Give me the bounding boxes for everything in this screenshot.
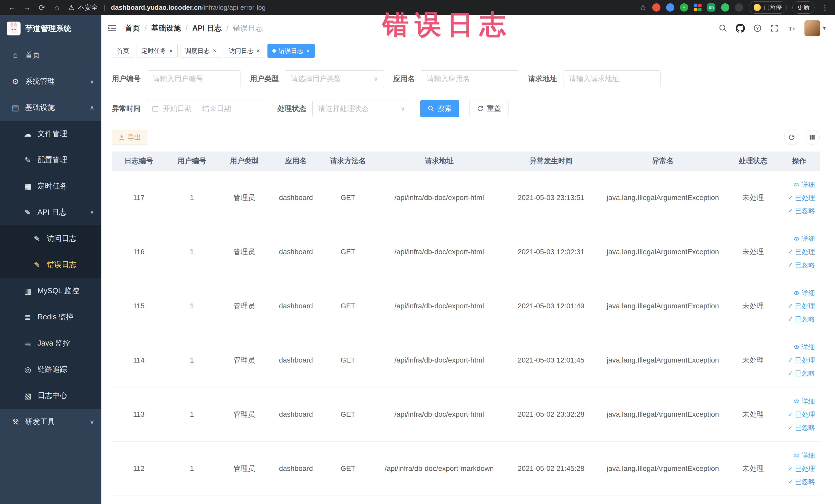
tab-home[interactable]: 首页	[112, 44, 134, 58]
tab-access-log[interactable]: 访问日志×	[224, 44, 265, 58]
table-row: 113 1 管理员 dashboard GET /api/infra/db-do…	[112, 387, 820, 442]
browser-home-icon[interactable]: ⌂	[51, 3, 63, 12]
cell-exception-time: 2021-05-03 23:13:51	[504, 171, 598, 225]
detail-link[interactable]: 详细	[793, 235, 815, 243]
tab-error-log[interactable]: 错误日志×	[267, 44, 315, 58]
sidebar-item-dev-tools[interactable]: ⚒研发工具∨	[0, 409, 101, 435]
sidebar: 芋道管理系统 ⌂首页 ⚙系统管理∨ ▤基础设施∧ ☁文件管理 ✎配置管理 ▦定时…	[0, 15, 101, 504]
user-menu[interactable]: ▾	[805, 20, 826, 36]
close-tab-icon[interactable]: ×	[169, 47, 173, 55]
help-icon[interactable]: ?	[753, 24, 762, 33]
app-logo[interactable]: 芋道管理系统	[0, 15, 101, 42]
close-tab-icon[interactable]: ×	[257, 47, 260, 55]
close-tab-icon[interactable]: ×	[306, 47, 310, 55]
user-type-select[interactable]: 请选择用户类型 ∨	[285, 70, 384, 87]
close-tab-icon[interactable]: ×	[213, 47, 217, 55]
mark-ignored-link[interactable]: ✓ 已忽略	[788, 477, 815, 486]
rabbit-logo-icon	[7, 22, 21, 36]
fullscreen-icon[interactable]	[770, 24, 779, 33]
mark-ignored-link[interactable]: ✓ 已忽略	[788, 261, 815, 269]
search-button[interactable]: 搜索	[420, 100, 459, 117]
extension-on-icon[interactable]: on	[707, 3, 715, 12]
extension-grid-icon[interactable]	[694, 4, 701, 11]
tab-scheduled-jobs[interactable]: 定时任务×	[137, 44, 178, 58]
forward-icon[interactable]: →	[21, 3, 33, 12]
mark-ignored-link[interactable]: ✓ 已忽略	[788, 315, 815, 324]
mark-processed-link[interactable]: ✓ 已处理	[788, 193, 815, 202]
paused-badge[interactable]: 已暂停	[749, 1, 787, 14]
tab-dispatch-log[interactable]: 调度日志×	[180, 44, 221, 58]
table-row: 112 1 管理员 dashboard GET /api/infra/db-do…	[112, 442, 820, 496]
github-icon[interactable]	[736, 24, 745, 33]
column-header: 处理状态	[728, 152, 779, 171]
browser-menu-icon[interactable]: ⋮	[821, 3, 829, 12]
error-log-icon: ✎	[32, 260, 42, 269]
sidebar-item-infrastructure[interactable]: ▤基础设施∧	[0, 95, 101, 121]
sidebar-toggle-icon[interactable]	[107, 23, 117, 33]
app-name-input[interactable]	[421, 70, 519, 87]
reset-button[interactable]: 重置	[469, 100, 509, 117]
column-settings-button[interactable]	[805, 130, 820, 145]
sidebar-item-file-manage[interactable]: ☁文件管理	[0, 121, 101, 147]
search-icon[interactable]	[719, 24, 728, 33]
exception-time-range-picker[interactable]: 开始日期 - 结束日期	[147, 100, 268, 117]
cell-status: 未处理	[728, 171, 779, 225]
extension-icon[interactable]	[735, 3, 743, 12]
mark-processed-link[interactable]: ✓ 已处理	[788, 247, 815, 257]
cell-log-id: 115	[112, 279, 166, 333]
sidebar-item-log-center[interactable]: ▧日志中心	[0, 383, 101, 409]
back-icon[interactable]: ←	[6, 3, 18, 12]
detail-link[interactable]: 详细	[793, 451, 815, 460]
extension-icon[interactable]: Y	[680, 3, 688, 12]
mark-ignored-link[interactable]: ✓ 已忽略	[788, 423, 815, 432]
detail-link[interactable]: 详细	[793, 343, 815, 352]
bookmark-star-icon[interactable]: ☆	[639, 3, 647, 12]
sidebar-item-mysql-monitor[interactable]: ▥MySQL 监控	[0, 278, 101, 304]
detail-link[interactable]: 详细	[793, 397, 815, 406]
mark-processed-link[interactable]: ✓ 已处理	[788, 356, 815, 365]
cell-user-type: 管理员	[218, 225, 270, 279]
sidebar-item-home[interactable]: ⌂首页	[0, 42, 101, 68]
sidebar-item-system-manage[interactable]: ⚙系统管理∨	[0, 68, 101, 95]
cell-exception-time: 2021-05-03 12:02:31	[504, 225, 598, 279]
mark-processed-link[interactable]: ✓ 已处理	[788, 302, 815, 311]
sidebar-item-java-monitor[interactable]: ☕Java 监控	[0, 330, 101, 356]
mark-processed-link[interactable]: ✓ 已处理	[788, 410, 815, 419]
export-button[interactable]: 导出	[112, 130, 147, 145]
sidebar-item-config-manage[interactable]: ✎配置管理	[0, 147, 101, 173]
mark-ignored-link[interactable]: ✓ 已忽略	[788, 206, 815, 216]
caret-down-icon: ▾	[823, 25, 826, 32]
reload-icon[interactable]: ⟳	[36, 3, 48, 12]
extension-icon[interactable]	[652, 3, 660, 12]
extension-icon[interactable]	[721, 3, 729, 12]
user-id-input[interactable]	[147, 70, 241, 87]
request-url-input[interactable]	[563, 70, 661, 87]
column-header: 异常名	[598, 152, 728, 171]
mark-processed-link[interactable]: ✓ 已处理	[788, 464, 815, 473]
breadcrumb-infrastructure[interactable]: 基础设施	[151, 23, 181, 33]
column-header: 用户编号	[166, 152, 218, 171]
sidebar-item-access-log[interactable]: ✎访问日志	[0, 225, 101, 251]
cell-exception-name: java.lang.IllegalArgumentException	[598, 387, 728, 442]
table-header-row: 日志编号用户编号用户类型应用名请求方法名请求地址异常发生时间异常名处理状态操作	[112, 152, 820, 171]
sidebar-item-api-log[interactable]: ✎API 日志∧	[0, 199, 101, 225]
process-status-select[interactable]: 请选择处理状态 ∨	[312, 100, 411, 117]
font-size-icon[interactable]: TT	[787, 24, 796, 33]
sidebar-item-error-log[interactable]: ✎错误日志	[0, 251, 101, 278]
extension-icon[interactable]	[666, 3, 674, 12]
sidebar-item-scheduled-jobs[interactable]: ▦定时任务	[0, 173, 101, 199]
sidebar-item-trace[interactable]: ◎链路追踪	[0, 356, 101, 383]
breadcrumb-api-log[interactable]: API 日志	[192, 23, 222, 33]
cell-user-type: 管理员	[218, 279, 270, 333]
cell-log-id: 114	[112, 333, 166, 387]
cell-request-url: /api/infra/db-doc/export-html	[374, 225, 504, 279]
cell-request-url: /api/infra/db-doc/export-html	[374, 171, 504, 225]
address-bar[interactable]: ⚠ 不安全 | dashboard.yudao.iocoder.cn/infra…	[68, 3, 266, 12]
refresh-table-button[interactable]	[784, 130, 799, 145]
breadcrumb-home[interactable]: 首页	[125, 23, 140, 33]
mark-ignored-link[interactable]: ✓ 已忽略	[788, 369, 815, 378]
update-button[interactable]: 更新	[792, 1, 814, 14]
detail-link[interactable]: 详细	[793, 288, 815, 298]
detail-link[interactable]: 详细	[793, 180, 815, 189]
sidebar-item-redis-monitor[interactable]: ≣Redis 监控	[0, 304, 101, 330]
